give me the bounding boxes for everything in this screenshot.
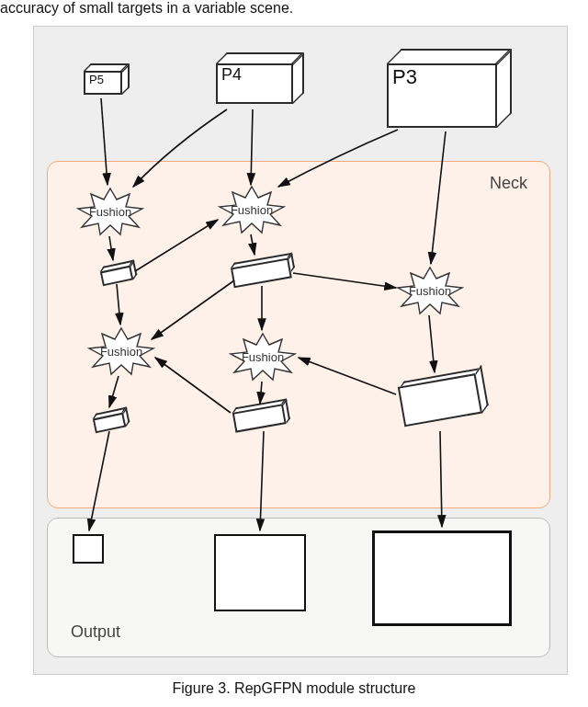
fusion-label: Fushion	[242, 350, 284, 364]
neck-label: Neck	[490, 174, 527, 193]
diagram-canvas: Neck Output P5 P4 P3 Fushion Fushion	[33, 26, 568, 675]
diagram-page: accuracy of small targets in a variable …	[0, 0, 588, 707]
input-p3: P3	[387, 49, 497, 113]
output-box-medium	[214, 534, 306, 611]
input-p5-label: P5	[89, 73, 104, 86]
fusion-node-r2-mid: Fushion	[231, 334, 295, 380]
fusion-node-right: Fushion	[398, 268, 462, 314]
output-box-small	[73, 534, 104, 564]
output-box-large	[372, 530, 512, 626]
fusion-label: Fushion	[409, 284, 451, 298]
input-p4-label: P4	[221, 65, 242, 85]
fusion-node-r2-left: Fushion	[89, 328, 153, 374]
fusion-label: Fushion	[231, 203, 273, 217]
fusion-node-r1-left: Fushion	[78, 188, 142, 234]
figure-caption: Figure 3. RepGFPN module structure	[0, 680, 588, 697]
fusion-label: Fushion	[100, 345, 142, 359]
input-p3-label: P3	[392, 65, 417, 89]
output-label: Output	[71, 622, 120, 642]
input-p4: P4	[216, 52, 293, 93]
input-p5: P5	[84, 63, 122, 87]
cropped-text-line: accuracy of small targets in a variable …	[0, 0, 293, 17]
fusion-label: Fushion	[89, 205, 131, 219]
fusion-node-r1-mid: Fushion	[220, 187, 284, 233]
